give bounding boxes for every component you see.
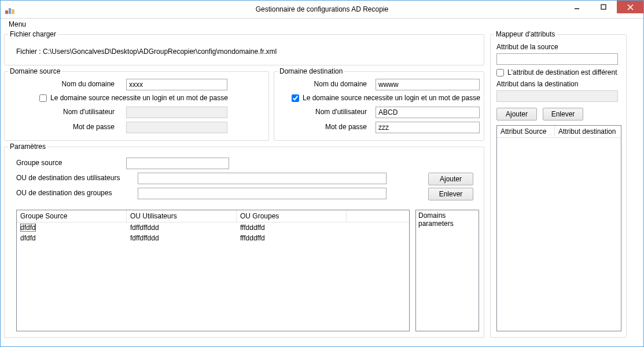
cell: dfdfd <box>17 233 127 243</box>
checkbox-dest-needs-login-box[interactable] <box>292 94 299 102</box>
cell: fdffdffddd <box>127 233 237 243</box>
title-bar: Gestionnaire de configurations AD Recopi… <box>1 1 643 19</box>
checkbox-label: Le domaine source necessite un login et … <box>50 94 228 102</box>
file-label: Fichier : C:\Users\GoncalvesD\Desktop\AD… <box>16 48 277 56</box>
checkbox-attr-diff-box[interactable] <box>496 69 504 76</box>
table-row[interactable]: dfdfd fdffdffddd fffdddffd <box>17 222 409 233</box>
cell: fdffdffddd <box>127 222 237 233</box>
mapper-add-button[interactable]: Ajouter <box>496 108 537 120</box>
params-listview[interactable]: Groupe Source OU Utilisateurs OU Groupes… <box>16 210 410 331</box>
group-legend: Paramètres <box>8 143 47 151</box>
tree-node[interactable]: Domains <box>418 211 476 220</box>
file-prefix: Fichier : <box>16 48 43 56</box>
input-group-source[interactable] <box>126 158 229 169</box>
file-path: C:\Users\GoncalvesD\Desktop\ADGroupRecop… <box>43 48 277 56</box>
params-remove-button[interactable]: Enlever <box>428 188 473 200</box>
checkbox-label: L'attribut de destination est différent <box>507 68 617 76</box>
input-source-user <box>126 107 227 118</box>
params-add-button[interactable]: Ajouter <box>428 173 473 185</box>
checkbox-source-needs-login-box[interactable] <box>39 94 47 102</box>
minimize-icon <box>574 4 580 10</box>
tree-node[interactable]: parameters <box>418 220 476 228</box>
app-icon <box>5 5 14 14</box>
checkbox-label: Le domaine source necessite un login et … <box>303 94 480 102</box>
input-ou-users[interactable] <box>138 173 387 184</box>
col-group-source[interactable]: Groupe Source <box>17 210 127 222</box>
label-dest-domain: Nom du domaine <box>280 80 367 88</box>
menu-item-menu[interactable]: Menu <box>5 20 30 29</box>
group-legend: Domaine destination <box>278 67 344 75</box>
window-buttons <box>564 1 643 13</box>
svg-rect-1 <box>601 5 606 9</box>
mapper-remove-button[interactable]: Enlever <box>543 108 583 120</box>
label-src-attr: Attribut de la source <box>496 43 558 51</box>
input-source-domain[interactable] <box>126 79 227 90</box>
label-dest-user: Nom d'utilisateur <box>280 108 367 116</box>
input-dest-domain[interactable] <box>376 79 480 90</box>
group-domaine-destination: Domaine destination Nom du domaine Le do… <box>274 71 484 141</box>
group-mappeur-attributs: Mappeur d'attributs Attribut de la sourc… <box>490 34 627 338</box>
client-area: Fichier charger Fichier : C:\Users\Gonca… <box>1 31 643 346</box>
input-dest-pass[interactable] <box>376 122 480 133</box>
group-legend: Mappeur d'attributs <box>494 30 557 38</box>
cell: dfdfd <box>20 224 36 232</box>
group-legend: Fichier charger <box>8 30 58 38</box>
cell: fffdddffd <box>237 233 347 243</box>
close-icon <box>627 4 634 10</box>
input-src-attr[interactable] <box>496 53 618 65</box>
minimize-button[interactable] <box>564 1 590 13</box>
group-legend: Domaine source <box>8 67 62 75</box>
listview-body: dfdfd fdffdffddd fffdddffd dfdfd fdffdff… <box>17 222 409 243</box>
label-source-user: Nom d'utilisateur <box>28 108 115 116</box>
params-treeview[interactable]: Domains parameters <box>415 210 479 331</box>
label-source-pass: Mot de passe <box>28 123 115 131</box>
col-ou-users[interactable]: OU Utilisateurs <box>127 210 237 222</box>
maximize-button[interactable] <box>590 1 617 13</box>
group-fichier-charger: Fichier charger Fichier : C:\Users\Gonca… <box>4 34 484 65</box>
cell: fffdddffd <box>237 222 347 233</box>
checkbox-dest-needs-login[interactable]: Le domaine source necessite un login et … <box>292 94 480 102</box>
label-ou-groups: OU de destination des groupes <box>16 189 112 197</box>
mapper-listview[interactable]: Attribut Source Attribut destination <box>496 125 621 331</box>
col-attr-source[interactable]: Attribut Source <box>497 126 555 137</box>
label-dst-attr: Attribut dans la destination <box>496 80 578 88</box>
checkbox-source-needs-login[interactable]: Le domaine source necessite un login et … <box>39 94 228 102</box>
group-parametres: Paramètres Groupe source OU de destinati… <box>4 147 484 338</box>
maximize-icon <box>601 4 606 10</box>
label-domain-name: Nom du domaine <box>28 80 115 88</box>
input-dest-user[interactable] <box>376 107 480 118</box>
listview-header: Groupe Source OU Utilisateurs OU Groupes <box>17 210 409 222</box>
window-title: Gestionnaire de configurations AD Recopi… <box>1 5 643 13</box>
listview-header: Attribut Source Attribut destination <box>497 126 621 138</box>
input-ou-groups[interactable] <box>138 188 387 199</box>
input-source-pass <box>126 122 227 133</box>
checkbox-attr-diff[interactable]: L'attribut de destination est différent <box>496 68 617 76</box>
label-group-source: Groupe source <box>16 159 62 167</box>
input-dst-attr <box>496 90 618 102</box>
col-attr-dest[interactable]: Attribut destination <box>555 126 621 137</box>
table-row[interactable]: dfdfd fdffdffddd fffdddffd <box>17 233 409 243</box>
group-domaine-source: Domaine source Nom du domaine Le domaine… <box>4 71 269 141</box>
col-spacer <box>347 210 409 222</box>
menu-bar: Menu <box>1 19 643 31</box>
label-ou-users: OU de destination des utilisateurs <box>16 174 120 182</box>
app-window: Gestionnaire de configurations AD Recopi… <box>0 0 644 347</box>
close-button[interactable] <box>617 1 643 13</box>
col-ou-groups[interactable]: OU Groupes <box>237 210 347 222</box>
label-dest-pass: Mot de passe <box>280 123 367 131</box>
